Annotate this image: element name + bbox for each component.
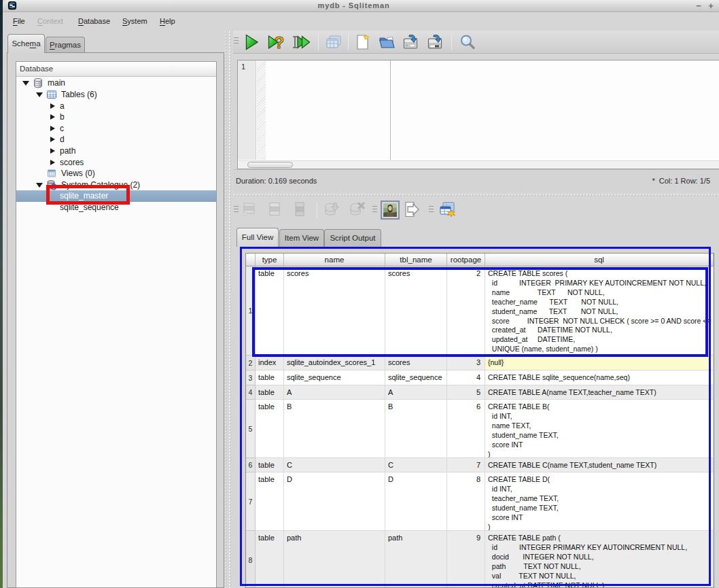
menu-database[interactable]: Database [75, 12, 113, 31]
open-script-button[interactable] [378, 33, 396, 51]
menu-file[interactable]: File [10, 12, 29, 31]
horizontal-splitter[interactable] [233, 192, 719, 197]
cell-tbl_name[interactable]: C [385, 458, 447, 472]
remove-row-button[interactable] [291, 201, 309, 218]
toolbar-handle[interactable] [234, 206, 239, 213]
expander-open-icon[interactable] [22, 81, 29, 86]
row-header[interactable]: 8 [246, 531, 256, 588]
cell-type[interactable]: table [256, 472, 284, 531]
create-view-button[interactable] [325, 33, 343, 51]
column-header-tbl_name[interactable]: tbl_name [385, 254, 447, 266]
cell-rootpage[interactable]: 7 [447, 458, 485, 472]
cell-name[interactable]: sqlite_autoindex_scores_1 [284, 356, 385, 370]
sql-editor[interactable]: 1 [237, 60, 719, 169]
cell-tbl_name[interactable]: scores [385, 266, 447, 356]
expander-closed-icon[interactable] [50, 160, 55, 165]
tree-item-path[interactable]: path [16, 145, 216, 157]
cell-tbl_name[interactable]: D [385, 472, 447, 531]
show-blob-preview-button[interactable] [381, 201, 400, 220]
row-header[interactable]: 5 [246, 400, 256, 458]
save-script-as-button[interactable] [426, 33, 444, 51]
tree-item-b[interactable]: b [16, 111, 216, 123]
tree-item-a[interactable]: a [16, 101, 216, 112]
editor-hscrollbar[interactable] [239, 160, 719, 169]
row-header[interactable]: 6 [246, 458, 256, 472]
tab-schema[interactable]: Schema [7, 34, 45, 53]
maximize-button[interactable]: + [706, 0, 716, 12]
row-header[interactable]: 4 [246, 385, 256, 400]
column-header-rootpage[interactable]: rootpage [447, 254, 485, 266]
tree-item-d[interactable]: d [16, 134, 216, 145]
cell-name[interactable]: B [284, 400, 385, 458]
results-tab-script-output[interactable]: Script Output [324, 229, 381, 247]
run-explain-button[interactable] [292, 33, 310, 51]
cell-sql[interactable]: CREATE TABLE D( id INT, teacher_name TEX… [485, 472, 714, 531]
save-script-button[interactable] [402, 33, 419, 51]
tree-item-tables-6[interactable]: Tables (6) [16, 89, 216, 101]
add-row-button[interactable] [241, 201, 258, 218]
cell-rootpage[interactable]: 4 [447, 370, 485, 385]
explain-query-button[interactable]: ? [267, 33, 285, 51]
vertical-splitter[interactable] [225, 31, 233, 588]
column-header-type[interactable]: type [256, 254, 284, 266]
cell-tbl_name[interactable]: path [385, 531, 447, 588]
cell-type[interactable]: table [256, 531, 284, 588]
expander-closed-icon[interactable] [50, 148, 55, 154]
cell-tbl_name[interactable]: A [385, 385, 447, 400]
toolbar-handle[interactable] [372, 206, 377, 213]
rollback-button[interactable] [348, 201, 366, 218]
cell-name[interactable]: path [284, 531, 385, 588]
database-tree[interactable]: Database mainTables (6)abcdpathscoresVie… [16, 61, 217, 588]
cell-type[interactable]: table [256, 385, 284, 400]
minimize-button[interactable]: − [694, 0, 703, 12]
tree-item-scores[interactable]: scores [16, 157, 216, 169]
tree-item-main[interactable]: main [16, 77, 216, 89]
row-header[interactable]: 7 [246, 472, 256, 531]
results-tab-item-view[interactable]: Item View [279, 229, 324, 247]
cell-name[interactable]: C [284, 458, 385, 472]
cell-tbl_name[interactable]: sqlite_sequence [385, 370, 447, 385]
cell-tbl_name[interactable]: scores [385, 356, 447, 370]
cell-type[interactable]: table [256, 370, 284, 385]
cell-type[interactable]: index [256, 356, 284, 370]
row-header[interactable]: 1 [246, 266, 256, 356]
cell-sql[interactable]: CREATE TABLE A(name TEXT,teacher_name TE… [485, 385, 714, 400]
cell-type[interactable]: table [256, 400, 284, 458]
row-header[interactable]: 3 [246, 370, 256, 385]
cell-rootpage[interactable]: 9 [447, 531, 485, 588]
cell-name[interactable]: A [284, 385, 385, 400]
export-data-button[interactable] [403, 201, 421, 218]
cell-sql[interactable]: CREATE TABLE B( id INT, name TEXT, stude… [485, 400, 714, 458]
search-button[interactable] [459, 33, 476, 51]
cell-rootpage[interactable]: 6 [447, 400, 485, 458]
duplicate-row-button[interactable] [266, 201, 283, 218]
cell-name[interactable]: scores [284, 266, 385, 356]
run-sql-button[interactable] [243, 33, 260, 51]
row-header[interactable]: 2 [246, 356, 256, 370]
commit-button[interactable] [323, 201, 340, 218]
cell-rootpage[interactable]: 8 [447, 472, 485, 531]
cell-rootpage[interactable]: 2 [447, 266, 485, 356]
tree-item-sqlite-sequence[interactable]: sqlite_sequence [16, 202, 216, 213]
column-header-name[interactable]: name [284, 254, 385, 266]
cell-sql[interactable]: CREATE TABLE path ( id INTEGER PRIMARY K… [485, 531, 714, 588]
new-script-button[interactable] [353, 33, 371, 51]
expander-closed-icon[interactable] [50, 126, 55, 131]
expander-open-icon[interactable] [36, 183, 43, 188]
editor-hscrollbar-thumb[interactable] [247, 162, 293, 168]
cell-rootpage[interactable]: 5 [447, 385, 485, 400]
expander-closed-icon[interactable] [50, 103, 55, 109]
menu-help[interactable]: Help [156, 12, 179, 31]
toolbar-handle[interactable] [234, 37, 239, 44]
results-tab-full-view[interactable]: Full View [236, 228, 279, 247]
tree-item-system-catalogue-2[interactable]: ?System Catalogue (2) [16, 179, 216, 191]
cell-rootpage[interactable]: 3 [447, 356, 485, 370]
cell-sql[interactable]: CREATE TABLE C(name TEXT,student_name TE… [485, 458, 714, 472]
titlebar[interactable]: mydb - Sqliteman − + × [3, 0, 719, 12]
cell-sql[interactable]: CREATE TABLE scores ( id INTEGER PRIMARY… [485, 266, 714, 356]
cell-name[interactable]: D [284, 472, 385, 531]
cell-name[interactable]: sqlite_sequence [284, 370, 385, 385]
menu-system[interactable]: System [119, 12, 151, 31]
column-header-sql[interactable]: sql [485, 254, 714, 266]
tree-item-views-0[interactable]: Views (0) [16, 168, 216, 179]
